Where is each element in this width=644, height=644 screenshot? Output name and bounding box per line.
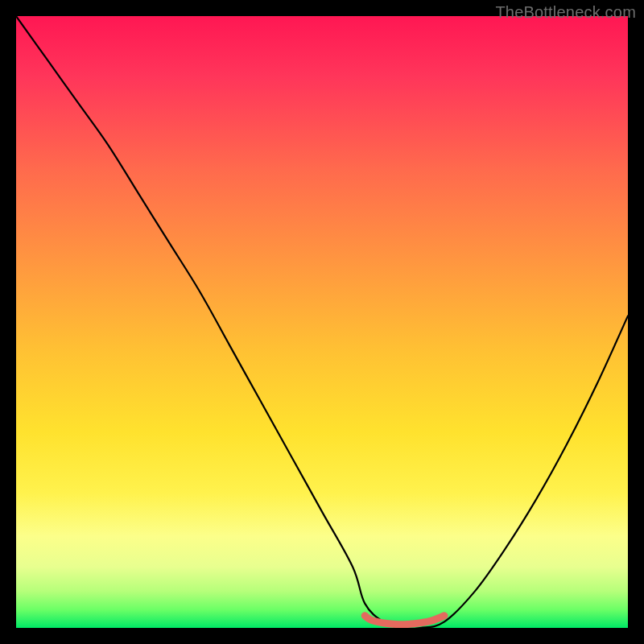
bottleneck-curve xyxy=(16,16,628,628)
plot-area xyxy=(16,16,628,628)
curve-layer xyxy=(16,16,628,628)
chart-frame: TheBottleneck.com xyxy=(0,0,644,644)
watermark-text: TheBottleneck.com xyxy=(495,3,636,22)
